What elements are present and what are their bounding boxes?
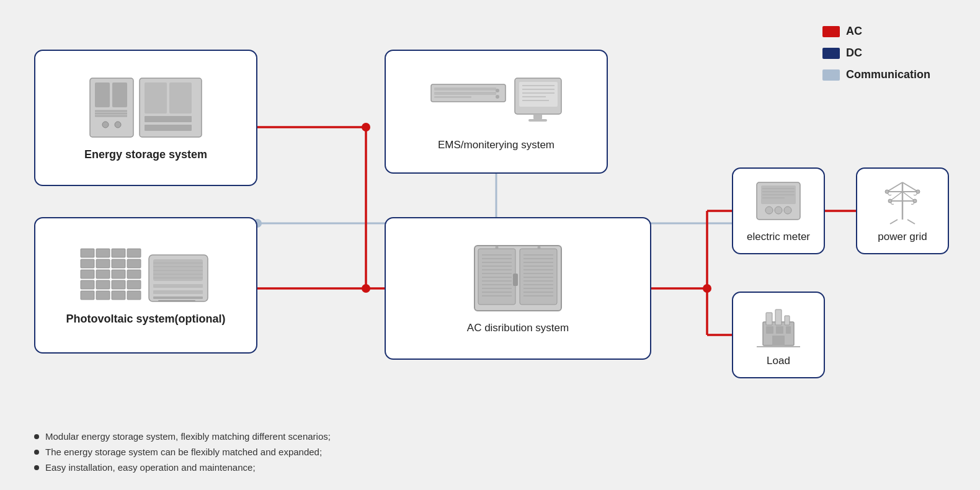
- svg-point-21: [102, 122, 109, 128]
- svg-rect-32: [96, 249, 110, 257]
- bullet-item-1: Modular energy storage system, flexibly …: [34, 431, 331, 442]
- svg-line-123: [890, 220, 898, 224]
- energy-storage-label: Energy storage system: [84, 148, 207, 161]
- svg-line-119: [887, 182, 902, 192]
- power-grid-box: power grid: [856, 167, 949, 254]
- load-icon: [733, 303, 824, 350]
- svg-rect-24: [145, 82, 167, 114]
- photovoltaic-label: Photovoltaic system(optional): [66, 313, 225, 326]
- svg-rect-34: [127, 249, 141, 257]
- svg-rect-39: [81, 270, 94, 278]
- legend-comm-box: [822, 69, 840, 81]
- bullet-dot-3: [34, 465, 39, 470]
- svg-rect-27: [145, 125, 192, 131]
- svg-rect-33: [112, 249, 125, 257]
- svg-point-128: [913, 199, 917, 203]
- svg-rect-65: [434, 96, 471, 98]
- svg-rect-133: [766, 326, 773, 334]
- svg-point-106: [538, 246, 541, 249]
- svg-rect-63: [434, 87, 496, 91]
- svg-point-8: [362, 284, 370, 293]
- bullet-dot-2: [34, 450, 39, 455]
- svg-rect-135: [786, 326, 791, 334]
- bullet-item-2: The energy storage system can be flexibl…: [34, 447, 331, 457]
- legend-comm-label: Communication: [846, 68, 930, 81]
- svg-rect-36: [96, 259, 110, 268]
- svg-point-105: [496, 246, 499, 249]
- svg-rect-130: [766, 313, 772, 325]
- svg-rect-44: [96, 280, 110, 289]
- energy-storage-box: Energy storage system: [34, 50, 257, 186]
- bullet-text-2: The energy storage system can be flexibl…: [45, 447, 322, 457]
- svg-rect-35: [81, 259, 94, 268]
- svg-rect-25: [169, 82, 192, 114]
- svg-rect-49: [112, 291, 125, 300]
- ems-box: EMS/moniterying system: [385, 50, 608, 174]
- ac-distribution-box: AC disribution system: [385, 217, 651, 360]
- legend-ac-box: [822, 26, 840, 37]
- svg-point-115: [784, 207, 791, 214]
- svg-rect-42: [127, 270, 141, 278]
- ems-icon: [386, 72, 607, 134]
- svg-point-11: [703, 284, 711, 293]
- svg-point-125: [885, 190, 889, 194]
- svg-rect-40: [96, 270, 110, 278]
- svg-point-113: [765, 207, 773, 214]
- bullet-text-3: Easy installation, easy operation and ma…: [45, 462, 256, 473]
- svg-rect-132: [785, 316, 790, 325]
- svg-point-127: [888, 199, 892, 203]
- svg-point-126: [916, 190, 920, 194]
- load-label: Load: [767, 355, 790, 367]
- svg-rect-60: [153, 296, 203, 299]
- svg-rect-59: [153, 290, 203, 294]
- svg-rect-41: [112, 270, 125, 278]
- svg-rect-47: [81, 291, 94, 300]
- electric-meter-box: electric meter: [732, 167, 825, 254]
- svg-point-67: [496, 95, 499, 99]
- bullet-dot-1: [34, 434, 39, 439]
- svg-rect-80: [513, 274, 518, 286]
- legend-dc: DC: [822, 47, 930, 60]
- svg-point-114: [775, 207, 782, 214]
- svg-line-124: [907, 220, 915, 224]
- electric-meter-label: electric meter: [747, 231, 810, 243]
- svg-rect-46: [127, 280, 141, 289]
- main-canvas: AC DC Communication: [0, 0, 980, 490]
- svg-rect-18: [95, 82, 110, 107]
- power-grid-label: power grid: [878, 231, 927, 243]
- svg-rect-31: [81, 249, 94, 257]
- energy-storage-icon: [35, 75, 256, 143]
- svg-rect-43: [81, 280, 94, 289]
- ems-label: EMS/moniterying system: [438, 139, 555, 151]
- svg-rect-19: [112, 82, 127, 107]
- svg-rect-134: [776, 326, 783, 334]
- svg-rect-45: [112, 280, 125, 289]
- svg-rect-76: [528, 119, 547, 122]
- ac-distribution-icon: [386, 243, 650, 317]
- legend-ac-label: AC: [846, 25, 862, 38]
- svg-rect-136: [772, 336, 785, 345]
- svg-line-120: [902, 182, 918, 192]
- legend-ac: AC: [822, 25, 930, 38]
- bullet-list: Modular energy storage system, flexibly …: [34, 431, 331, 473]
- legend-comm: Communication: [822, 68, 930, 81]
- photovoltaic-box: Photovoltaic system(optional): [34, 217, 257, 354]
- power-grid-icon: [857, 179, 948, 226]
- svg-point-7: [362, 123, 370, 131]
- svg-rect-64: [434, 92, 496, 95]
- svg-line-122: [902, 192, 915, 201]
- ac-distribution-label: AC disribution system: [467, 322, 569, 334]
- svg-rect-26: [145, 116, 192, 122]
- bullet-text-1: Modular energy storage system, flexibly …: [45, 431, 331, 442]
- svg-rect-75: [533, 114, 542, 119]
- svg-point-66: [496, 89, 499, 92]
- svg-rect-37: [112, 259, 125, 268]
- svg-point-22: [115, 122, 121, 128]
- svg-rect-131: [775, 310, 782, 325]
- legend-dc-box: [822, 48, 840, 59]
- legend: AC DC Communication: [822, 25, 930, 81]
- load-box: Load: [732, 292, 825, 378]
- svg-rect-58: [153, 284, 203, 288]
- svg-rect-38: [127, 259, 141, 268]
- photovoltaic-icon: [35, 246, 256, 308]
